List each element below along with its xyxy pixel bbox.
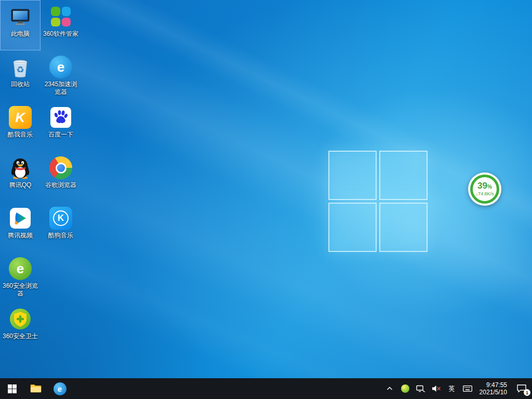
download-progress-widget[interactable]: 39% ↓74.8K/s xyxy=(468,172,501,206)
kuwo-music-icon: K xyxy=(9,106,32,129)
touch-keyboard-button[interactable] xyxy=(460,378,475,399)
chevron-up-icon xyxy=(386,386,393,391)
desktop-icon-label: 360安全浏览器 xyxy=(1,282,39,298)
taskbar-left: e xyxy=(0,378,72,399)
network-icon xyxy=(416,384,425,393)
360-browser-icon: e xyxy=(9,257,32,280)
desktop-icon-label: 百度一下 xyxy=(48,131,73,139)
ime-indicator[interactable]: 英 xyxy=(444,378,460,399)
action-center-button[interactable]: 1 xyxy=(511,378,532,399)
desktop-icon-baidu[interactable]: 百度一下 xyxy=(41,101,81,151)
start-button[interactable] xyxy=(0,378,24,399)
recycle-bin-icon: ♻ xyxy=(9,56,32,78)
360-tray-icon xyxy=(401,384,409,393)
desktop-icon-column-2: 360软件管家 e 2345加速浏览器 xyxy=(41,0,81,252)
svg-text:♻: ♻ xyxy=(16,65,24,75)
chrome-icon xyxy=(49,156,72,179)
2345-browser-icon: e xyxy=(49,56,72,78)
baidu-paw-icon xyxy=(49,106,72,129)
tray-volume[interactable] xyxy=(429,378,444,399)
desktop-icon-label: 此电脑 xyxy=(11,30,30,38)
download-speed: ↓74.8K/s xyxy=(475,191,494,197)
desktop-icon-label: 腾讯QQ xyxy=(9,181,32,189)
desktop-icon-column-1: 此电脑 ♻ 回收站 K 酷我音乐 xyxy=(0,0,41,353)
tencent-video-icon xyxy=(9,207,32,230)
kugou-music-icon: K xyxy=(49,207,72,230)
qq-penguin-icon xyxy=(9,156,32,179)
desktop-icon-label: 360软件管家 xyxy=(43,30,78,38)
clock-time: 9:47:55 xyxy=(480,381,507,389)
360-software-manager-icon xyxy=(49,5,72,28)
desktop[interactable]: 此电脑 ♻ 回收站 K 酷我音乐 xyxy=(0,0,532,399)
download-percent: 39% xyxy=(477,181,492,191)
volume-muted-icon xyxy=(432,384,441,393)
taskbar-clock[interactable]: 9:47:55 2021/5/10 xyxy=(475,381,511,396)
desktop-icon-kugou-music[interactable]: K 酷狗音乐 xyxy=(41,202,81,252)
tray-expand-button[interactable] xyxy=(382,378,397,399)
360-safeguard-shield-icon xyxy=(9,308,32,330)
browser-taskbar-button[interactable]: e xyxy=(48,378,72,399)
desktop-icon-label: 酷狗音乐 xyxy=(48,232,73,240)
desktop-icon-tencent-qq[interactable]: 腾讯QQ xyxy=(0,151,41,202)
system-tray: 英 9:47:55 2021/5/10 xyxy=(382,378,532,399)
taskbar: e xyxy=(0,378,532,399)
this-pc-icon xyxy=(9,5,32,28)
tray-network[interactable] xyxy=(413,378,429,399)
desktop-icon-360-safeguard[interactable]: 360安全卫士 xyxy=(0,302,41,353)
desktop-icon-tencent-video[interactable]: 腾讯视频 xyxy=(0,202,41,252)
tray-360-safeguard[interactable] xyxy=(397,378,413,399)
desktop-icon-360-safe-browser[interactable]: e 360安全浏览器 xyxy=(0,252,41,302)
file-explorer-button[interactable] xyxy=(24,378,48,399)
desktop-icon-kuwo-music[interactable]: K 酷我音乐 xyxy=(0,101,41,151)
desktop-icon-label: 酷我音乐 xyxy=(8,131,33,139)
clock-date: 2021/5/10 xyxy=(480,389,507,396)
windows-start-icon xyxy=(8,384,17,393)
download-progress-ring: 39% ↓74.8K/s xyxy=(470,175,499,204)
desktop-icon-label: 360安全卫士 xyxy=(3,332,38,340)
desktop-icon-2345-browser[interactable]: e 2345加速浏览器 xyxy=(41,50,81,101)
desktop-icon-label: 谷歌浏览器 xyxy=(45,181,76,189)
desktop-icon-label: 回收站 xyxy=(11,81,30,88)
desktop-icon-label: 腾讯视频 xyxy=(8,232,33,240)
windows-logo xyxy=(328,151,428,252)
keyboard-icon xyxy=(463,385,472,392)
desktop-icon-chrome[interactable]: 谷歌浏览器 xyxy=(41,151,81,202)
desktop-icon-360-software-manager[interactable]: 360软件管家 xyxy=(41,0,81,50)
desktop-icon-this-pc[interactable]: 此电脑 xyxy=(0,0,41,50)
notification-badge: 1 xyxy=(524,389,530,396)
desktop-icon-recycle-bin[interactable]: ♻ 回收站 xyxy=(0,50,41,101)
folder-icon xyxy=(30,384,42,393)
browser-e-icon: e xyxy=(54,382,66,395)
desktop-icon-label: 2345加速浏览器 xyxy=(42,81,80,96)
